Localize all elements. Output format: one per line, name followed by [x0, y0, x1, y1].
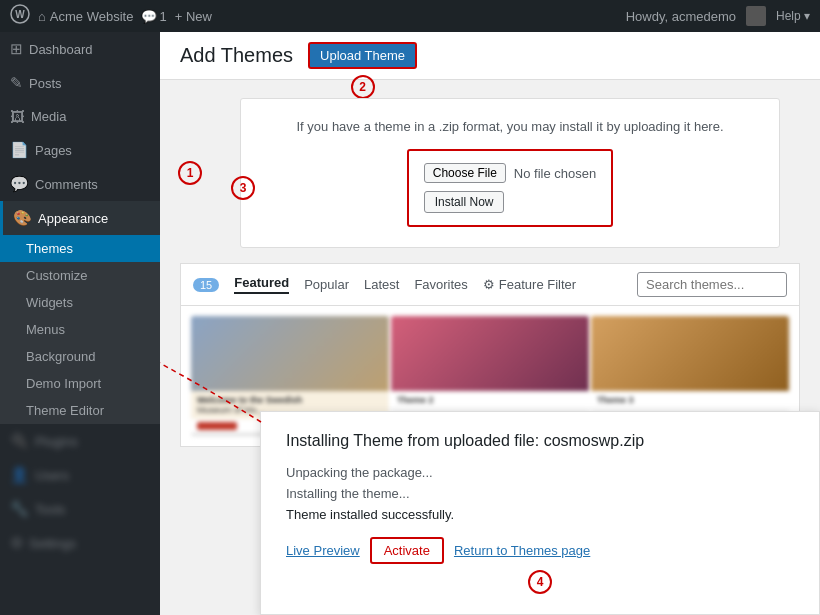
sidebar-item-blurred-3: 🔧 Tools [0, 492, 160, 526]
activate-button[interactable]: Activate [370, 537, 444, 564]
posts-icon: ✎ [10, 74, 23, 92]
install-now-button[interactable]: Install Now [424, 191, 505, 213]
themes-tabs-bar: 15 Featured Popular Latest Favorites ⚙ F… [181, 264, 799, 306]
sidebar-item-comments[interactable]: 💬 Comments [0, 167, 160, 201]
install-success-message: Theme installed successfully. [286, 507, 794, 522]
step-1-marker: 1 [178, 161, 202, 185]
sidebar-item-posts[interactable]: ✎ Posts [0, 66, 160, 100]
upload-description: If you have a theme in a .zip format, yo… [261, 119, 759, 134]
dashboard-icon: ⊞ [10, 40, 23, 58]
howdy-text: Howdy, acmedemo [626, 9, 736, 24]
upload-section: If you have a theme in a .zip format, yo… [240, 98, 780, 248]
choose-file-button[interactable]: Choose File [424, 163, 506, 183]
file-upload-area: Choose File No file chosen Install Now [407, 149, 613, 227]
sidebar-item-background[interactable]: Background [0, 343, 160, 370]
admin-bar: W ⌂ Acme Website 💬 1 + New Howdy, acmede… [0, 0, 820, 32]
install-step-install: Installing the theme... [286, 486, 794, 501]
sidebar-item-dashboard[interactable]: ⊞ Dashboard [0, 32, 160, 66]
appearance-submenu: Themes Customize Widgets Menus Backgroun… [0, 235, 160, 424]
sidebar-blurred-items: 🔌 Plugins 👤 Users 🔧 Tools ⚙ Settings [0, 424, 160, 560]
sidebar-item-media[interactable]: 🖼 Media [0, 100, 160, 133]
avatar [746, 6, 766, 26]
wp-layout: ⊞ Dashboard ✎ Posts 🖼 Media 📄 Pages 💬 Co… [0, 32, 820, 615]
step-3-marker: 3 [231, 176, 255, 200]
sidebar-item-theme-editor[interactable]: Theme Editor [0, 397, 160, 424]
comments-link[interactable]: 💬 1 [141, 9, 166, 24]
admin-bar-right: Howdy, acmedemo Help ▾ [626, 6, 810, 26]
live-preview-link[interactable]: Live Preview [286, 543, 360, 558]
new-content-link[interactable]: + New [175, 9, 212, 24]
main-content: Add Themes Upload Theme 2 1 If you have … [160, 32, 820, 615]
help-button[interactable]: Help ▾ [776, 9, 810, 23]
search-themes-input[interactable] [637, 272, 787, 297]
tab-latest[interactable]: Latest [364, 277, 399, 292]
site-name[interactable]: ⌂ Acme Website [38, 9, 133, 24]
tab-popular[interactable]: Popular [304, 277, 349, 292]
sidebar-item-customize[interactable]: Customize [0, 262, 160, 289]
sidebar-item-blurred-1: 🔌 Plugins [0, 424, 160, 458]
install-result-title: Installing Theme from uploaded file: cos… [286, 432, 794, 450]
page-header: Add Themes Upload Theme 2 [160, 32, 820, 80]
return-to-themes-link[interactable]: Return to Themes page [454, 543, 590, 558]
file-upload-wrapper: 3 Choose File No file chosen Install Now [261, 149, 759, 227]
media-icon: 🖼 [10, 108, 25, 125]
install-actions: Live Preview Activate Return to Themes p… [286, 537, 794, 564]
wp-logo-icon: W [10, 4, 30, 29]
sidebar: ⊞ Dashboard ✎ Posts 🖼 Media 📄 Pages 💬 Co… [0, 32, 160, 615]
pages-icon: 📄 [10, 141, 29, 159]
sidebar-item-pages[interactable]: 📄 Pages [0, 133, 160, 167]
step-4-wrapper: 4 [286, 570, 794, 594]
sidebar-item-menus[interactable]: Menus [0, 316, 160, 343]
step-4-marker: 4 [528, 570, 552, 594]
sidebar-item-appearance[interactable]: 🎨 Appearance [0, 201, 160, 235]
appearance-icon: 🎨 [13, 209, 32, 227]
upload-section-wrapper: 1 If you have a theme in a .zip format, … [220, 98, 800, 248]
svg-text:W: W [15, 9, 25, 20]
sidebar-item-themes[interactable]: Themes [0, 235, 160, 262]
tab-featured[interactable]: Featured [234, 275, 289, 294]
home-icon: ⌂ [38, 9, 46, 24]
sidebar-item-widgets[interactable]: Widgets [0, 289, 160, 316]
themes-count-badge: 15 [193, 278, 219, 292]
no-file-text: No file chosen [514, 166, 596, 181]
comments-icon: 💬 [141, 9, 157, 24]
comments-sidebar-icon: 💬 [10, 175, 29, 193]
install-result-panel: Installing Theme from uploaded file: cos… [260, 411, 820, 615]
tab-favorites[interactable]: Favorites [414, 277, 467, 292]
sidebar-item-blurred-4: ⚙ Settings [0, 526, 160, 560]
step-2-marker: 2 [351, 75, 375, 99]
file-input-row: Choose File No file chosen [424, 163, 596, 183]
feature-filter-link[interactable]: ⚙ Feature Filter [483, 277, 576, 292]
gear-icon: ⚙ [483, 277, 495, 292]
sidebar-item-demo-import[interactable]: Demo Import [0, 370, 160, 397]
upload-theme-button[interactable]: Upload Theme [308, 42, 417, 69]
page-title: Add Themes [180, 44, 293, 67]
sidebar-item-blurred-2: 👤 Users [0, 458, 160, 492]
install-step-unpack: Unpacking the package... [286, 465, 794, 480]
